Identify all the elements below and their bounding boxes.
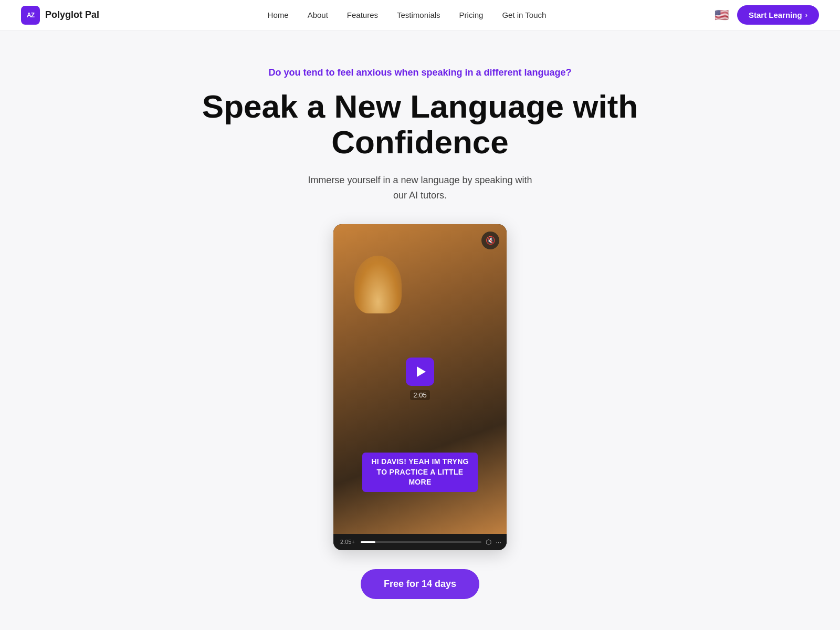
nav-item-home[interactable]: Home (268, 10, 289, 19)
language-flag[interactable]: 🇺🇸 (715, 8, 729, 22)
nav-links: Home About Features Testimonials Pricing… (268, 10, 547, 20)
hero-tagline: Do you tend to feel anxious when speakin… (268, 67, 571, 78)
video-layers-icon[interactable]: ⬡ (486, 538, 491, 546)
mute-icon: 🔇 (486, 236, 496, 245)
video-current-time: 2:05+ (339, 539, 356, 545)
video-progress-bar[interactable] (361, 541, 481, 543)
cta-bottom-area: Free for 14 days (361, 569, 479, 599)
video-subtitle: HI DAVIS! YEAH IM TRYNG TO PRACTICE A LI… (362, 453, 478, 492)
play-triangle-icon (417, 366, 426, 377)
hero-title: Speak a New Language with Confidence (184, 89, 656, 160)
nav-item-features[interactable]: Features (347, 10, 378, 19)
video-extra-icons: ⬡ ··· (486, 538, 501, 546)
brand-name: Polyglot Pal (45, 9, 99, 20)
mute-button[interactable]: 🔇 (481, 232, 499, 249)
hero-section: Do you tend to feel anxious when speakin… (0, 30, 840, 620)
video-more-icon[interactable]: ··· (496, 538, 501, 546)
play-button[interactable] (406, 358, 434, 386)
nav-right: 🇺🇸 Start Learning › (715, 5, 819, 25)
video-duration: 2:05 (410, 390, 429, 400)
logo-icon: AZ (21, 6, 40, 25)
nav-item-about[interactable]: About (308, 10, 328, 19)
logo-link[interactable]: AZ Polyglot Pal (21, 6, 99, 25)
hero-subtitle: Immerse yourself in a new language by sp… (308, 173, 532, 203)
start-learning-button[interactable]: Start Learning › (737, 5, 819, 25)
free-trial-button[interactable]: Free for 14 days (361, 569, 479, 599)
video-thumbnail: 🔇 2:05 HI DAVIS! YEAH IM TRYNG TO PRACTI… (333, 224, 507, 534)
nav-item-get-in-touch[interactable]: Get in Touch (502, 10, 546, 19)
navbar: AZ Polyglot Pal Home About Features Test… (0, 0, 840, 30)
nav-item-testimonials[interactable]: Testimonials (397, 10, 440, 19)
video-controls: 2:05+ ⬡ ··· (333, 534, 507, 550)
video-progress-fill (361, 541, 375, 543)
chevron-right-icon: › (805, 11, 807, 19)
nav-item-pricing[interactable]: Pricing (459, 10, 484, 19)
video-player: 🔇 2:05 HI DAVIS! YEAH IM TRYNG TO PRACTI… (333, 224, 507, 550)
play-area: 2:05 (406, 358, 434, 400)
